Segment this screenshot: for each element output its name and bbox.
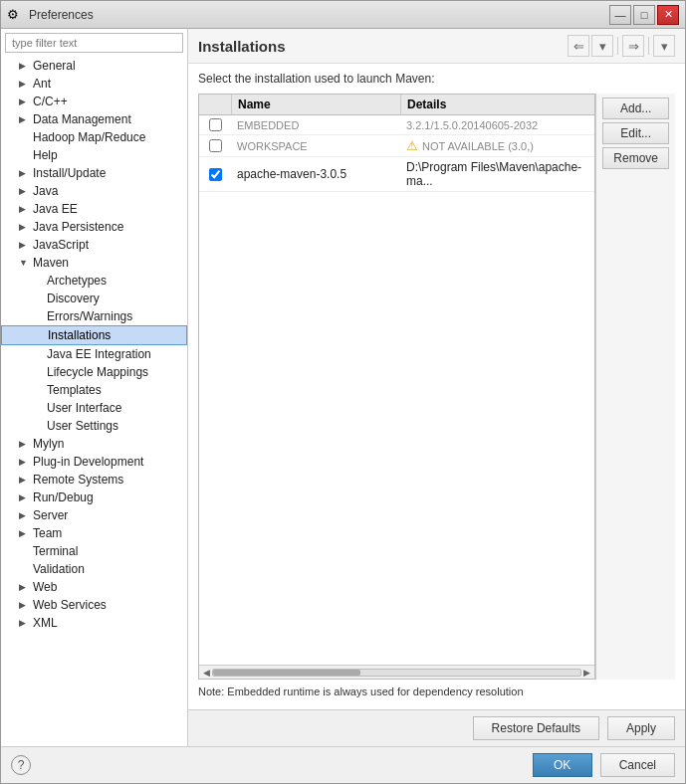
sidebar-item-label: Help (33, 148, 58, 162)
close-button[interactable]: ✕ (657, 5, 679, 25)
sidebar-item-maven[interactable]: ▼ Maven (1, 254, 187, 272)
sidebar-item-templates[interactable]: Templates (1, 381, 187, 399)
checkbox-embedded[interactable] (209, 118, 222, 131)
remove-button[interactable]: Remove (602, 147, 669, 169)
filter-input[interactable] (5, 33, 183, 53)
sidebar-item-run-debug[interactable]: ▶ Run/Debug (1, 489, 187, 506)
row-name-embedded: EMBEDDED (231, 116, 400, 134)
add-button[interactable]: Add... (602, 98, 669, 119)
description-text: Select the installation used to launch M… (198, 72, 675, 86)
sidebar-item-discovery[interactable]: Discovery (1, 290, 187, 307)
sidebar-item-label: Data Management (33, 112, 131, 126)
sidebar-item-javascript[interactable]: ▶ JavaScript (1, 236, 187, 254)
sidebar-item-label: Ant (33, 77, 51, 91)
apply-button[interactable]: Apply (607, 716, 675, 740)
edit-button[interactable]: Edit... (602, 122, 669, 144)
sidebar-item-java[interactable]: ▶ Java (1, 182, 187, 200)
scrollbar-track[interactable] (212, 669, 581, 677)
sidebar-item-validation[interactable]: Validation (1, 560, 187, 578)
sidebar-item-label: C/C++ (33, 95, 68, 108)
sidebar-item-general[interactable]: ▶ General (1, 57, 187, 75)
minimize-button[interactable]: — (609, 5, 631, 25)
sidebar-item-plugin-development[interactable]: ▶ Plug-in Development (1, 453, 187, 471)
bottom-action-bar: Restore Defaults Apply (188, 709, 685, 746)
arrow-icon: ▶ (19, 600, 33, 610)
sidebar-item-label: Install/Update (33, 166, 106, 180)
sidebar-item-remote-systems[interactable]: ▶ Remote Systems (1, 471, 187, 489)
sidebar-item-web[interactable]: ▶ Web (1, 578, 187, 596)
scroll-left-icon[interactable]: ◀ (201, 668, 212, 678)
sidebar-item-label: Archetypes (47, 274, 107, 288)
col-check (199, 95, 231, 114)
footer-bar: ? OK Cancel (1, 746, 685, 783)
arrow-icon: ▶ (19, 528, 33, 538)
sidebar-item-install-update[interactable]: ▶ Install/Update (1, 164, 187, 182)
arrow-icon: ▶ (19, 186, 33, 196)
checkbox-workspace[interactable] (209, 139, 222, 152)
sidebar-item-user-settings[interactable]: User Settings (1, 417, 187, 435)
sidebar-item-label: Validation (33, 562, 85, 576)
sidebar-item-team[interactable]: ▶ Team (1, 524, 187, 542)
sidebar-item-label: General (33, 59, 76, 73)
sidebar-item-label: XML (33, 616, 58, 630)
sidebar-item-lifecycle-mappings[interactable]: Lifecycle Mappings (1, 363, 187, 381)
maximize-button[interactable]: □ (633, 5, 655, 25)
sidebar-item-ant[interactable]: ▶ Ant (1, 75, 187, 93)
table-row: apache-maven-3.0.5 D:\Program Files\Mave… (199, 157, 594, 192)
sidebar-item-label: Java (33, 184, 58, 198)
sidebar-item-label: JavaScript (33, 238, 89, 252)
sidebar-item-label: Remote Systems (33, 473, 123, 487)
arrow-icon: ▶ (19, 582, 33, 592)
restore-defaults-button[interactable]: Restore Defaults (473, 716, 599, 740)
scrollbar-thumb[interactable] (213, 670, 360, 676)
row-check-apache-maven[interactable] (199, 165, 231, 184)
toolbar-separator2 (648, 37, 649, 55)
sidebar-item-errors-warnings[interactable]: Errors/Warnings (1, 307, 187, 325)
sidebar-item-label: Installations (48, 328, 111, 342)
sidebar-item-help[interactable]: Help (1, 146, 187, 164)
checkbox-apache-maven[interactable] (209, 168, 222, 181)
arrow-icon: ▶ (19, 61, 33, 71)
sidebar-item-cpp[interactable]: ▶ C/C++ (1, 93, 187, 110)
sidebar-item-java-ee-integration[interactable]: Java EE Integration (1, 345, 187, 363)
sidebar-item-label: Plug-in Development (33, 455, 143, 469)
row-check-embedded[interactable] (199, 115, 231, 134)
app-icon: ⚙ (7, 7, 23, 23)
sidebar-item-hadoop[interactable]: Hadoop Map/Reduce (1, 128, 187, 146)
arrow-icon: ▼ (19, 258, 33, 268)
sidebar-item-label: Web (33, 580, 57, 594)
back-button[interactable]: ⇐ (568, 35, 589, 57)
arrow-icon: ▶ (19, 168, 33, 178)
sidebar-item-user-interface[interactable]: User Interface (1, 399, 187, 417)
row-details-embedded: 3.2.1/1.5.0.20140605-2032 (400, 116, 594, 134)
forward-button[interactable]: ⇒ (622, 35, 644, 57)
sidebar-item-installations[interactable]: Installations (1, 325, 187, 345)
sidebar-item-xml[interactable]: ▶ XML (1, 614, 187, 632)
cancel-button[interactable]: Cancel (600, 753, 675, 777)
horizontal-scrollbar[interactable]: ◀ ▶ (199, 665, 594, 679)
arrow-icon: ▶ (19, 475, 33, 485)
sidebar-item-archetypes[interactable]: Archetypes (1, 272, 187, 290)
menu-button[interactable]: ▾ (653, 35, 675, 57)
help-button[interactable]: ? (11, 755, 31, 775)
sidebar-item-mylyn[interactable]: ▶ Mylyn (1, 435, 187, 453)
main-header: Installations ⇐ ▾ ⇒ ▾ (188, 29, 685, 64)
sidebar-item-java-ee[interactable]: ▶ Java EE (1, 200, 187, 218)
toolbar-icons: ⇐ ▾ ⇒ ▾ (568, 35, 675, 57)
sidebar-item-web-services[interactable]: ▶ Web Services (1, 596, 187, 614)
sidebar-item-data-management[interactable]: ▶ Data Management (1, 110, 187, 128)
table-wrapper: Name Details EMBEDDED 3.2.1/1.5. (198, 94, 675, 680)
sidebar-item-java-persistence[interactable]: ▶ Java Persistence (1, 218, 187, 236)
sidebar-item-label: Hadoop Map/Reduce (33, 130, 145, 144)
arrow-icon: ▶ (19, 79, 33, 89)
ok-button[interactable]: OK (533, 753, 592, 777)
sidebar-item-terminal[interactable]: Terminal (1, 542, 187, 560)
sidebar-item-label: Templates (47, 383, 102, 397)
sidebar-item-server[interactable]: ▶ Server (1, 506, 187, 524)
note-text: Note: Embedded runtime is always used fo… (198, 680, 675, 701)
scroll-right-icon[interactable]: ▶ (581, 668, 592, 678)
row-check-workspace[interactable] (199, 136, 231, 155)
arrow-icon: ▶ (19, 618, 33, 628)
sidebar-item-label: User Settings (47, 419, 118, 433)
dropdown-button[interactable]: ▾ (591, 35, 613, 57)
